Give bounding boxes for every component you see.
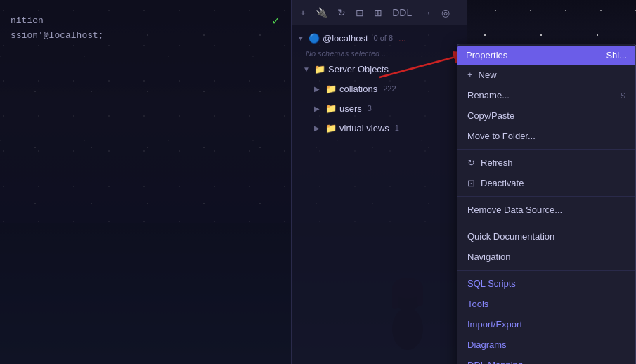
menu-item-diagrams[interactable]: Diagrams	[457, 334, 635, 355]
virtual-views-icon: 📁	[325, 123, 337, 134]
separator-2	[457, 196, 635, 197]
dot-indicator: ...	[398, 33, 406, 44]
menu-item-copy-paste[interactable]: Copy/Paste	[457, 105, 635, 126]
rename-label: Rename...	[467, 90, 510, 100]
add-button[interactable]: +	[297, 6, 309, 20]
tools-label: Tools	[467, 299, 488, 309]
server-objects-item[interactable]: ▼ 📁 Server Objects	[292, 59, 467, 79]
refresh-label: Refresh	[481, 157, 513, 168]
context-menu: Properties Shi... + New Rename... S Copy…	[457, 44, 636, 364]
copy-paste-label: Copy/Paste	[467, 110, 514, 121]
db-tree: ▼ 🔵 @localhost 0 of 8 ... No schemas sel…	[292, 25, 467, 141]
collations-label: collations	[339, 84, 377, 94]
collations-item[interactable]: ▶ 📁 collations 222	[292, 79, 467, 98]
deactivate-label: Deactivate	[481, 178, 524, 188]
sql-scripts-label: SQL Scripts	[467, 278, 516, 289]
ddl-label[interactable]: DDL	[389, 6, 415, 20]
users-label: users	[339, 103, 362, 114]
code-panel: nition ssion'@localhost; ✓	[0, 0, 292, 364]
server-objects-label: Server Objects	[328, 64, 389, 74]
collations-icon: 📁	[325, 84, 337, 94]
code-checkmark: ✓	[271, 14, 280, 27]
collations-arrow: ▶	[314, 85, 323, 93]
db-panel: + 🔌 ↻ ⊟ ⊞ DDL → ◎ ▼ 🔵 @localhost 0 of 8 …	[292, 0, 467, 364]
navigation-label: Navigation	[467, 252, 510, 262]
users-badge: 3	[368, 104, 372, 112]
menu-item-ddl-mapping[interactable]: DDL Mapping	[457, 355, 635, 364]
collations-badge: 222	[383, 84, 396, 93]
tree-root-item[interactable]: ▼ 🔵 @localhost 0 of 8 ...	[292, 28, 467, 48]
arrow-icon[interactable]: →	[419, 6, 434, 20]
refresh-icon: ↻	[467, 157, 475, 168]
root-arrow: ▼	[297, 34, 306, 42]
code-line2: ssion'@localhost;	[11, 30, 104, 41]
menu-item-import-export[interactable]: Import/Export	[457, 314, 635, 334]
deactivate-icon: ⊡	[467, 178, 475, 188]
menu-item-remove-datasource[interactable]: Remove Data Source...	[457, 200, 635, 220]
rename-shortcut: S	[621, 91, 625, 100]
virtual-views-arrow: ▶	[314, 124, 323, 132]
menu-item-deactivate[interactable]: ⊡ Deactivate	[457, 173, 635, 193]
db-toolbar: + 🔌 ↻ ⊟ ⊞ DDL → ◎	[292, 0, 467, 25]
sync-icon[interactable]: ↻	[335, 6, 349, 20]
virtual-views-item[interactable]: ▶ 📁 virtual views 1	[292, 118, 467, 138]
virtual-views-badge: 1	[395, 124, 399, 132]
remove-datasource-label: Remove Data Source...	[467, 204, 562, 215]
new-label: New	[479, 70, 497, 80]
menu-item-new[interactable]: + New	[457, 65, 635, 85]
menu-header-title: Properties	[466, 50, 507, 60]
ddl-mapping-label: DDL Mapping	[467, 360, 523, 364]
new-icon: +	[467, 70, 473, 80]
context-menu-header: Properties Shi...	[457, 46, 635, 65]
users-item[interactable]: ▶ 📁 users 3	[292, 98, 467, 118]
separator-4	[457, 270, 635, 271]
menu-item-move-folder[interactable]: Move to Folder...	[457, 126, 635, 146]
virtual-views-label: virtual views	[339, 123, 389, 134]
disconnect-icon[interactable]: ⊟	[353, 6, 367, 20]
eye-icon[interactable]: ◎	[439, 6, 453, 20]
separator-1	[457, 149, 635, 150]
grid-icon[interactable]: ⊞	[371, 6, 385, 20]
root-badge: 0 of 8	[374, 34, 394, 42]
code-line1: nition	[11, 15, 44, 26]
separator-3	[457, 223, 635, 223]
server-objects-icon: 📁	[314, 64, 325, 74]
import-export-label: Import/Export	[467, 319, 522, 330]
code-content: nition ssion'@localhost;	[11, 14, 280, 44]
menu-item-navigation[interactable]: Navigation	[457, 247, 635, 267]
menu-item-refresh[interactable]: ↻ Refresh	[457, 152, 635, 173]
menu-item-tools[interactable]: Tools	[457, 294, 635, 314]
users-icon: 📁	[325, 103, 337, 114]
menu-item-quick-doc[interactable]: Quick Documentation	[457, 226, 635, 247]
move-folder-label: Move to Folder...	[467, 131, 536, 141]
root-label: @localhost	[323, 33, 368, 44]
menu-header-shortcut: Shi...	[606, 50, 627, 60]
users-arrow: ▶	[314, 105, 323, 112]
server-objects-arrow: ▼	[303, 65, 311, 73]
menu-item-rename[interactable]: Rename... S	[457, 85, 635, 105]
menu-item-sql-scripts[interactable]: SQL Scripts	[457, 273, 635, 294]
db-icon: 🔵	[309, 33, 320, 44]
no-schema-label: No schemas selected ...	[292, 48, 467, 59]
db-connect-icon[interactable]: 🔌	[313, 6, 330, 20]
diagrams-label: Diagrams	[467, 339, 507, 350]
quick-doc-label: Quick Documentation	[467, 231, 554, 242]
